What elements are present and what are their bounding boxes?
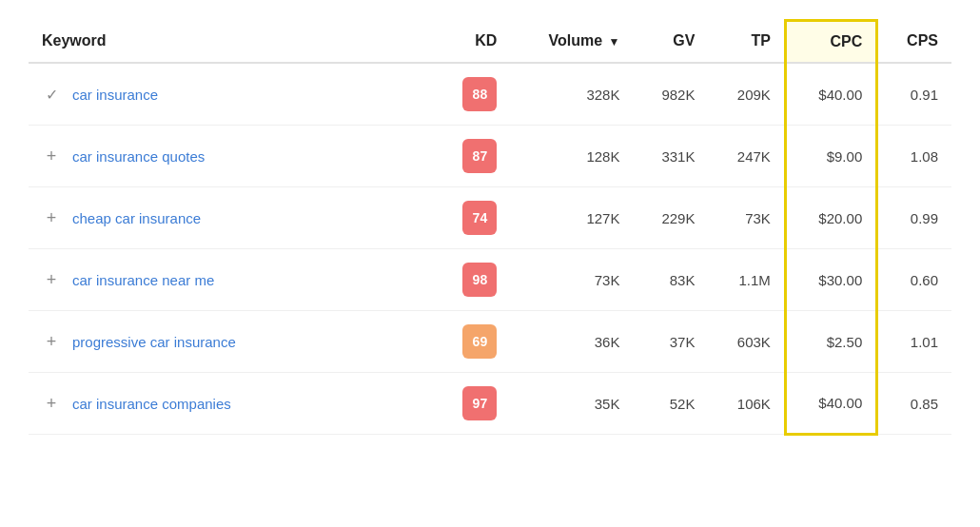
tp-cell: 1.1M — [708, 249, 785, 311]
tp-cell: 603K — [708, 311, 785, 373]
kd-badge: 69 — [462, 324, 497, 359]
tp-cell: 247K — [708, 126, 785, 187]
gv-cell: 83K — [633, 249, 708, 311]
kd-badge: 97 — [462, 386, 497, 420]
kd-cell: 69 — [434, 311, 510, 373]
cps-cell: 1.01 — [877, 311, 951, 373]
cpc-cell: $9.00 — [785, 126, 876, 187]
volume-cell: 73K — [510, 249, 633, 311]
cps-cell: 1.08 — [877, 126, 951, 187]
keyword-link[interactable]: car insurance quotes — [72, 148, 205, 165]
col-header-tp: TP — [708, 21, 785, 64]
gv-cell: 37K — [633, 311, 708, 373]
plus-icon[interactable]: + — [42, 146, 61, 166]
table-row: ✓car insurance88328K982K209K$40.000.91 — [29, 63, 951, 126]
keyword-cell: +progressive car insurance — [29, 311, 434, 373]
keyword-cell: ✓car insurance — [29, 63, 434, 126]
cps-cell: 0.91 — [877, 63, 951, 126]
keyword-cell: +car insurance near me — [29, 249, 434, 311]
cpc-cell: $20.00 — [785, 187, 876, 249]
kd-cell: 74 — [434, 187, 510, 249]
col-header-kd: KD — [434, 21, 510, 64]
cpc-cell: $40.00 — [785, 63, 876, 126]
col-header-cps: CPS — [877, 21, 951, 64]
volume-cell: 328K — [510, 63, 633, 126]
keyword-cell: +car insurance quotes — [29, 126, 434, 187]
kd-badge: 87 — [462, 139, 497, 173]
cps-cell: 0.85 — [877, 373, 951, 435]
keyword-link[interactable]: progressive car insurance — [72, 334, 236, 350]
gv-cell: 982K — [633, 63, 708, 126]
table-row: +car insurance near me9873K83K1.1M$30.00… — [29, 249, 951, 311]
gv-cell: 331K — [633, 126, 708, 187]
kd-cell: 87 — [434, 126, 510, 187]
keyword-table: Keyword KD Volume ▼ GV TP CPC CPS ✓car i… — [29, 19, 951, 436]
keyword-link[interactable]: car insurance — [72, 87, 158, 103]
keyword-link[interactable]: cheap car insurance — [72, 210, 201, 226]
table-row: +progressive car insurance6936K37K603K$2… — [29, 311, 951, 373]
tp-cell: 209K — [708, 63, 785, 126]
plus-icon[interactable]: + — [42, 270, 61, 290]
cps-cell: 0.99 — [877, 187, 951, 249]
cpc-cell: $40.00 — [785, 373, 876, 435]
col-header-cpc: CPC — [785, 21, 876, 64]
volume-label: Volume — [548, 32, 602, 49]
volume-cell: 35K — [510, 373, 633, 435]
volume-cell: 36K — [510, 311, 633, 373]
gv-cell: 52K — [633, 373, 708, 435]
cpc-cell: $30.00 — [785, 249, 876, 311]
keyword-link[interactable]: car insurance near me — [72, 272, 214, 288]
cpc-cell: $2.50 — [785, 311, 876, 373]
tp-cell: 73K — [708, 187, 785, 249]
kd-badge: 88 — [462, 77, 497, 111]
keyword-cell: +car insurance companies — [29, 373, 434, 435]
volume-cell: 128K — [510, 126, 633, 187]
col-header-volume[interactable]: Volume ▼ — [510, 21, 633, 64]
table-row: +car insurance companies9735K52K106K$40.… — [29, 373, 951, 435]
check-icon[interactable]: ✓ — [42, 86, 61, 104]
plus-icon[interactable]: + — [42, 332, 61, 352]
tp-cell: 106K — [708, 373, 785, 435]
sort-arrow-icon: ▼ — [609, 35, 620, 49]
plus-icon[interactable]: + — [42, 394, 61, 414]
col-header-gv: GV — [633, 21, 708, 64]
volume-cell: 127K — [510, 187, 633, 249]
cps-cell: 0.60 — [877, 249, 951, 311]
kd-badge: 98 — [462, 263, 497, 297]
gv-cell: 229K — [633, 187, 708, 249]
kd-cell: 88 — [434, 63, 510, 126]
kd-cell: 97 — [434, 373, 510, 435]
kd-badge: 74 — [462, 201, 497, 235]
col-header-keyword: Keyword — [29, 21, 434, 64]
table-row: +cheap car insurance74127K229K73K$20.000… — [29, 187, 951, 249]
plus-icon[interactable]: + — [42, 208, 61, 228]
keyword-cell: +cheap car insurance — [29, 187, 434, 249]
table-row: +car insurance quotes87128K331K247K$9.00… — [29, 126, 951, 187]
keyword-link[interactable]: car insurance companies — [72, 396, 231, 412]
kd-cell: 98 — [434, 249, 510, 311]
